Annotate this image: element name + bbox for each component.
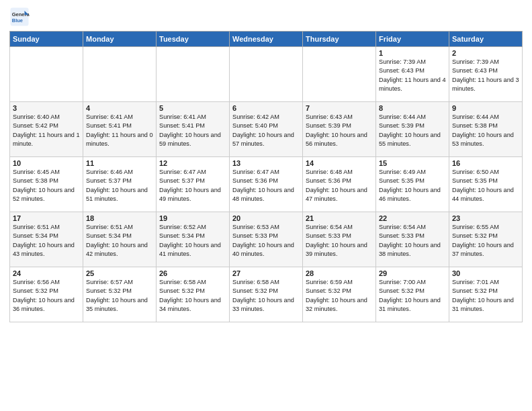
table-row: [83, 47, 157, 102]
table-row: 16Sunrise: 6:50 AMSunset: 5:35 PMDayligh…: [449, 157, 523, 212]
table-row: 9Sunrise: 6:44 AMSunset: 5:38 PMDaylight…: [449, 102, 523, 157]
day-info: Sunrise: 6:42 AMSunset: 5:40 PMDaylight:…: [232, 113, 300, 148]
day-number: 11: [86, 159, 153, 167]
day-info: Sunrise: 6:52 AMSunset: 5:34 PMDaylight:…: [159, 223, 226, 259]
day-info: Sunrise: 6:58 AMSunset: 5:32 PMDaylight:…: [232, 278, 300, 314]
day-number: 27: [232, 269, 300, 277]
day-info: Sunrise: 6:55 AMSunset: 5:32 PMDaylight:…: [452, 223, 519, 259]
table-row: 14Sunrise: 6:48 AMSunset: 5:36 PMDayligh…: [303, 157, 376, 212]
day-info: Sunrise: 6:59 AMSunset: 5:32 PMDaylight:…: [306, 278, 373, 314]
calendar-week-row: 10Sunrise: 6:45 AMSunset: 5:38 PMDayligh…: [10, 157, 523, 212]
calendar-week-row: 1Sunrise: 7:39 AMSunset: 6:43 PMDaylight…: [10, 47, 523, 102]
day-number: 23: [452, 214, 519, 222]
table-row: 26Sunrise: 6:58 AMSunset: 5:32 PMDayligh…: [157, 267, 230, 322]
day-number: 9: [452, 104, 519, 112]
day-info: Sunrise: 6:44 AMSunset: 5:38 PMDaylight:…: [452, 113, 519, 148]
day-number: 3: [13, 104, 80, 112]
day-number: 1: [379, 49, 446, 57]
table-row: 30Sunrise: 7:01 AMSunset: 5:32 PMDayligh…: [449, 267, 523, 322]
day-info: Sunrise: 6:44 AMSunset: 5:39 PMDaylight:…: [379, 113, 446, 148]
day-number: 24: [13, 269, 80, 277]
day-info: Sunrise: 6:47 AMSunset: 5:37 PMDaylight:…: [159, 168, 226, 203]
table-row: 6Sunrise: 6:42 AMSunset: 5:40 PMDaylight…: [230, 102, 303, 157]
table-row: 19Sunrise: 6:52 AMSunset: 5:34 PMDayligh…: [157, 212, 230, 267]
day-info: Sunrise: 6:51 AMSunset: 5:34 PMDaylight:…: [86, 223, 153, 259]
day-number: 16: [452, 159, 519, 167]
day-info: Sunrise: 6:47 AMSunset: 5:36 PMDaylight:…: [232, 168, 300, 203]
table-row: 10Sunrise: 6:45 AMSunset: 5:38 PMDayligh…: [10, 157, 83, 212]
calendar-header-row: Sunday Monday Tuesday Wednesday Thursday…: [10, 32, 523, 47]
day-number: 18: [86, 214, 153, 222]
day-number: 7: [306, 104, 373, 112]
day-number: 22: [379, 214, 446, 222]
day-number: 2: [452, 49, 519, 57]
table-row: 3Sunrise: 6:40 AMSunset: 5:42 PMDaylight…: [10, 102, 83, 157]
day-number: 8: [379, 104, 446, 112]
table-row: 4Sunrise: 6:41 AMSunset: 5:41 PMDaylight…: [83, 102, 157, 157]
day-number: 5: [159, 104, 226, 112]
table-row: 23Sunrise: 6:55 AMSunset: 5:32 PMDayligh…: [449, 212, 523, 267]
day-info: Sunrise: 6:43 AMSunset: 5:39 PMDaylight:…: [306, 113, 373, 148]
day-number: 26: [159, 269, 226, 277]
day-info: Sunrise: 6:46 AMSunset: 5:37 PMDaylight:…: [86, 168, 153, 203]
day-info: Sunrise: 6:54 AMSunset: 5:33 PMDaylight:…: [379, 223, 446, 259]
day-number: 29: [379, 269, 446, 277]
day-info: Sunrise: 7:39 AMSunset: 6:43 PMDaylight:…: [379, 58, 446, 93]
day-info: Sunrise: 6:50 AMSunset: 5:35 PMDaylight:…: [452, 168, 519, 203]
day-info: Sunrise: 6:49 AMSunset: 5:35 PMDaylight:…: [379, 168, 446, 203]
table-row: 18Sunrise: 6:51 AMSunset: 5:34 PMDayligh…: [83, 212, 157, 267]
col-wednesday: Wednesday: [230, 32, 303, 47]
logo-icon: General Blue: [9, 7, 30, 27]
day-number: 19: [159, 214, 226, 222]
table-row: 20Sunrise: 6:53 AMSunset: 5:33 PMDayligh…: [230, 212, 303, 267]
svg-text:Blue: Blue: [12, 17, 23, 24]
table-row: 1Sunrise: 7:39 AMSunset: 6:43 PMDaylight…: [376, 47, 449, 102]
col-saturday: Saturday: [449, 32, 523, 47]
day-number: 10: [13, 159, 80, 167]
col-friday: Friday: [376, 32, 449, 47]
day-number: 28: [306, 269, 373, 277]
table-row: 22Sunrise: 6:54 AMSunset: 5:33 PMDayligh…: [376, 212, 449, 267]
table-row: 13Sunrise: 6:47 AMSunset: 5:36 PMDayligh…: [230, 157, 303, 212]
table-row: 5Sunrise: 6:41 AMSunset: 5:41 PMDaylight…: [157, 102, 230, 157]
day-info: Sunrise: 6:48 AMSunset: 5:36 PMDaylight:…: [306, 168, 373, 203]
col-tuesday: Tuesday: [157, 32, 230, 47]
table-row: 8Sunrise: 6:44 AMSunset: 5:39 PMDaylight…: [376, 102, 449, 157]
table-row: 25Sunrise: 6:57 AMSunset: 5:32 PMDayligh…: [83, 267, 157, 322]
table-row: 11Sunrise: 6:46 AMSunset: 5:37 PMDayligh…: [83, 157, 157, 212]
day-number: 21: [306, 214, 373, 222]
day-info: Sunrise: 6:53 AMSunset: 5:33 PMDaylight:…: [232, 223, 300, 259]
calendar: Sunday Monday Tuesday Wednesday Thursday…: [9, 31, 523, 322]
table-row: [157, 47, 230, 102]
day-info: Sunrise: 6:41 AMSunset: 5:41 PMDaylight:…: [159, 113, 226, 148]
day-info: Sunrise: 6:54 AMSunset: 5:33 PMDaylight:…: [306, 223, 373, 259]
day-number: 13: [232, 159, 300, 167]
day-number: 14: [306, 159, 373, 167]
page: General Blue Sunday Monday Tuesday Wedne…: [0, 0, 532, 411]
day-number: 30: [452, 269, 519, 277]
col-sunday: Sunday: [10, 32, 83, 47]
day-number: 17: [13, 214, 80, 222]
day-info: Sunrise: 6:51 AMSunset: 5:34 PMDaylight:…: [13, 223, 80, 259]
table-row: 28Sunrise: 6:59 AMSunset: 5:32 PMDayligh…: [303, 267, 376, 322]
table-row: 17Sunrise: 6:51 AMSunset: 5:34 PMDayligh…: [10, 212, 83, 267]
table-row: 27Sunrise: 6:58 AMSunset: 5:32 PMDayligh…: [230, 267, 303, 322]
table-row: 12Sunrise: 6:47 AMSunset: 5:37 PMDayligh…: [157, 157, 230, 212]
table-row: 7Sunrise: 6:43 AMSunset: 5:39 PMDaylight…: [303, 102, 376, 157]
logo: General Blue: [9, 7, 32, 27]
day-info: Sunrise: 6:58 AMSunset: 5:32 PMDaylight:…: [159, 278, 226, 314]
day-number: 6: [232, 104, 300, 112]
day-info: Sunrise: 6:56 AMSunset: 5:32 PMDaylight:…: [13, 278, 80, 314]
day-number: 25: [86, 269, 153, 277]
day-info: Sunrise: 6:40 AMSunset: 5:42 PMDaylight:…: [13, 113, 80, 148]
table-row: 2Sunrise: 7:39 AMSunset: 6:43 PMDaylight…: [449, 47, 523, 102]
table-row: [10, 47, 83, 102]
calendar-week-row: 3Sunrise: 6:40 AMSunset: 5:42 PMDaylight…: [10, 102, 523, 157]
day-number: 20: [232, 214, 300, 222]
day-number: 4: [86, 104, 153, 112]
table-row: [303, 47, 376, 102]
table-row: 15Sunrise: 6:49 AMSunset: 5:35 PMDayligh…: [376, 157, 449, 212]
calendar-week-row: 17Sunrise: 6:51 AMSunset: 5:34 PMDayligh…: [10, 212, 523, 267]
day-info: Sunrise: 6:45 AMSunset: 5:38 PMDaylight:…: [13, 168, 80, 203]
day-number: 12: [159, 159, 226, 167]
